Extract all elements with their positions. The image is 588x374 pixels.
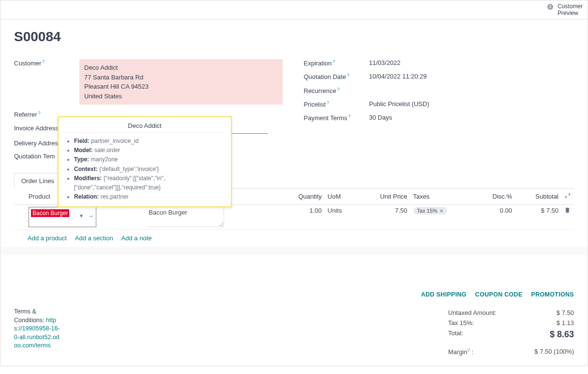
unit-price-cell[interactable]: 7.50 xyxy=(357,205,410,230)
add-links: Add a product Add a section Add a note xyxy=(14,229,574,247)
pricelist-value[interactable]: Public Pricelist (USD) xyxy=(369,100,574,108)
subtotal-cell: $ 7.50 xyxy=(515,205,561,230)
tooltip-modifiers: Modifiers: {"readonly":[["state","in",["… xyxy=(74,174,224,192)
customer-preview-label: Customer Preview xyxy=(558,3,583,17)
coupon-code-link[interactable]: COUPON CODE xyxy=(475,291,523,298)
expiration-value[interactable]: 11/03/2022 xyxy=(369,59,574,66)
description-text: Bacon Burger xyxy=(149,209,187,216)
customer-address-box[interactable]: Deco Addict 77 Santa Barbara Rd Pleasant… xyxy=(79,59,283,105)
margin-value: $ 7.50 (100%) xyxy=(534,348,574,356)
col-disc: Disc.% xyxy=(474,188,515,205)
tax-label: Tax 15%: xyxy=(448,319,474,327)
external-link-icon[interactable]: → xyxy=(88,212,94,219)
add-note-link[interactable]: Add a note xyxy=(121,234,152,242)
table-row: Bacon Burger ▼ → Bacon Burger 1.00 Units… xyxy=(14,205,574,230)
col-settings[interactable] xyxy=(561,188,574,205)
remove-tax-icon[interactable]: ✕ xyxy=(439,208,443,214)
tooltip-model: Model: sale.order xyxy=(74,146,224,155)
col-subtotal: Subtotal xyxy=(515,188,561,205)
tax-value: $ 1.13 xyxy=(557,319,574,327)
total-label: Total: xyxy=(448,329,463,340)
add-shipping-link[interactable]: ADD SHIPPING xyxy=(421,291,467,298)
customer-preview-button[interactable]: Customer Preview xyxy=(547,3,583,17)
margin-label: Margin? : xyxy=(448,348,473,356)
delete-row-button[interactable] xyxy=(561,205,574,230)
globe-icon xyxy=(547,3,554,10)
description-input[interactable]: Bacon Burger xyxy=(147,207,224,227)
tooltip-relation: Relation: res.partner xyxy=(74,192,224,202)
disc-cell[interactable]: 0.00 xyxy=(474,205,515,230)
terms-label: Terms & Conditions: xyxy=(14,308,45,324)
field-debug-tooltip: Deco Addict Field: partner_invoice_id Mo… xyxy=(58,116,232,207)
add-section-link[interactable]: Add a section xyxy=(75,234,113,242)
col-uom: UoM xyxy=(325,188,357,205)
footer-action-links: ADD SHIPPING COUPON CODE PROMOTIONS xyxy=(14,284,574,305)
trash-icon xyxy=(564,207,571,213)
chevron-down-icon[interactable]: ▼ xyxy=(79,213,84,218)
pricelist-label: Pricelist? xyxy=(304,100,369,108)
right-column: Expiration? 11/03/2022 Quotation Date? 1… xyxy=(304,56,574,163)
uom-cell[interactable]: Units xyxy=(325,205,357,230)
col-unit-price: Unit Price xyxy=(357,188,410,205)
customer-label: Customer? xyxy=(14,59,79,67)
customer-country: United States xyxy=(84,92,278,101)
tab-order-lines[interactable]: Order Lines xyxy=(14,173,61,188)
col-qty: Quantity xyxy=(278,188,325,205)
tooltip-context: Context: {'default_type':'invoice'} xyxy=(74,165,224,174)
quotation-date-value[interactable]: 10/04/2022 11:20:29 xyxy=(369,73,574,80)
customer-name: Deco Addict xyxy=(84,63,278,73)
record-title: S00084 xyxy=(14,29,574,45)
totals-panel: Untaxed Amount:$ 7.50 Tax 15%:$ 1.13 Tot… xyxy=(448,308,574,356)
tooltip-title: Deco Addict xyxy=(65,122,224,129)
top-bar: Customer Preview xyxy=(0,0,588,19)
customer-street: 77 Santa Barbara Rd xyxy=(84,73,278,82)
payment-terms-label: Payment Terms? xyxy=(304,114,369,122)
recurrence-label: Recurrence? xyxy=(304,87,369,94)
payment-terms-value[interactable]: 30 Days xyxy=(369,114,574,121)
col-taxes: Taxes xyxy=(410,188,474,205)
product-chip: Bacon Burger xyxy=(31,209,69,217)
promotions-link[interactable]: PROMOTIONS xyxy=(531,291,574,298)
swap-icon xyxy=(564,192,571,199)
taxes-cell[interactable]: Tax 15%✕ xyxy=(410,205,474,230)
add-product-link[interactable]: Add a product xyxy=(28,234,67,242)
form-view: S00084 Customer? Deco Addict 77 Santa Ba… xyxy=(0,19,588,366)
quotation-date-label: Quotation Date? xyxy=(304,73,369,80)
customer-city: Pleasant Hill CA 94523 xyxy=(84,82,278,92)
qty-cell[interactable]: 1.00 xyxy=(278,205,325,230)
terms-conditions: Terms & Conditions: https://19905958-16-… xyxy=(14,308,62,350)
tax-chip: Tax 15%✕ xyxy=(413,207,447,215)
total-value: $ 8.63 xyxy=(550,329,574,340)
product-input[interactable]: Bacon Burger ▼ → xyxy=(29,207,96,227)
tooltip-field: Field: partner_invoice_id xyxy=(74,137,224,146)
untaxed-value: $ 7.50 xyxy=(557,309,574,316)
expiration-label: Expiration? xyxy=(304,59,369,67)
untaxed-label: Untaxed Amount: xyxy=(448,309,497,316)
tooltip-type: Type: many2one xyxy=(74,155,224,164)
